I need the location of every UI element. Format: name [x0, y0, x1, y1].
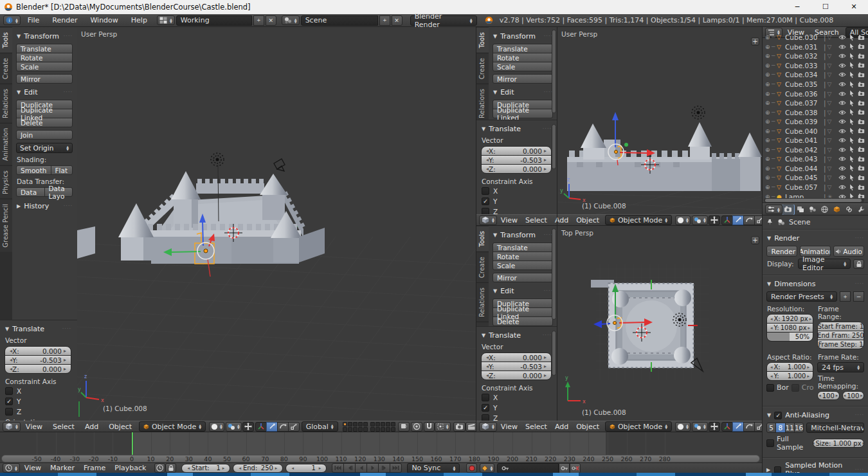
expand-icon[interactable]: ⊕	[765, 34, 772, 41]
layer-cell[interactable]	[353, 427, 357, 432]
shelf-tab-tools[interactable]: Tools	[0, 27, 12, 53]
expand-icon[interactable]: ⊕	[765, 71, 772, 78]
frame-step-field[interactable]: ◂Frame Step: 1▸	[817, 340, 864, 349]
aa-size-field[interactable]: ◂Size: 1.000 px▸	[813, 439, 864, 448]
increment-arrow[interactable]: ▸	[544, 372, 547, 378]
snap-magnet-icon[interactable]	[424, 422, 435, 432]
vector-y-field[interactable]: ◂Y:-0.503▸	[481, 362, 552, 371]
inc-arrow[interactable]: ▸	[860, 393, 863, 398]
transform-orientation-select[interactable]: Global▲▼	[302, 421, 338, 432]
renderability-camera-icon[interactable]	[858, 175, 865, 181]
checkbox-y[interactable]: ✓	[482, 404, 489, 412]
renderability-camera-icon[interactable]	[858, 185, 865, 190]
renderability-camera-icon[interactable]	[858, 35, 865, 41]
delete-layout-button[interactable]: ✕	[266, 15, 276, 26]
viewport-menu-object[interactable]: Object	[572, 423, 603, 431]
outliner-row[interactable]: ⊕─▽Cube.040|▽	[763, 126, 868, 136]
shelf-tab-create[interactable]: Create	[0, 53, 12, 84]
renderability-camera-icon[interactable]	[858, 128, 865, 134]
selectability-cursor-icon[interactable]	[849, 43, 854, 50]
active-keying-set-field[interactable]	[497, 463, 559, 473]
dec-arrow[interactable]: ◂	[770, 374, 773, 379]
end-frame-field[interactable]: ◂End Fram: 250▸	[817, 331, 864, 340]
viewport-menu-add[interactable]: Add	[551, 423, 572, 431]
scale-button[interactable]: Scale	[493, 261, 553, 270]
pin-icon[interactable]	[766, 219, 773, 226]
data-layout-button[interactable]: Data Layo	[44, 187, 73, 197]
shelf-tab-tools[interactable]: Tools	[476, 27, 489, 53]
remap-field[interactable]: ◂100▸	[842, 391, 865, 400]
increment-arrow[interactable]: ▸	[544, 354, 547, 360]
checkbox-z[interactable]	[5, 408, 13, 416]
outliner-row[interactable]: ⊕─▽Cube.035|▽	[763, 80, 868, 89]
inc-arrow[interactable]: ▸	[807, 374, 809, 379]
timeline-menu-marker[interactable]: Marker	[46, 464, 79, 472]
proportional-edit-select[interactable]	[411, 422, 422, 432]
visibility-eye-icon[interactable]	[838, 44, 846, 50]
scene-selector-icon[interactable]: ▲▼	[282, 15, 300, 25]
play-reverse-button[interactable]	[355, 463, 367, 473]
editor-type-3d-view[interactable]: ▲▼	[479, 422, 497, 432]
panel-header-aa[interactable]: ▼✓Anti-Aliasing····	[767, 411, 864, 419]
delete-scene-button[interactable]: ✕	[392, 15, 402, 26]
mode-select[interactable]: Object Mode▲▼	[139, 421, 206, 432]
current-frame-line[interactable]	[132, 432, 133, 455]
inc-arrow[interactable]: ▸	[808, 325, 811, 331]
manipulator-axis-icon[interactable]	[721, 215, 733, 225]
outliner-row[interactable]: ⊕─▽Cube.038|▽	[763, 107, 868, 117]
panel-header-transform[interactable]: ▼Transform····	[17, 32, 73, 41]
outliner-row[interactable]: ⊕─▽Cube.032|▽	[763, 51, 868, 61]
selectability-cursor-icon[interactable]	[849, 62, 854, 69]
render-presets-select[interactable]: Render Presets▲▼	[766, 291, 837, 302]
panel-header-history[interactable]: ▶History····	[17, 202, 73, 210]
outliner-row[interactable]: ⊕─●Lamp|☀	[763, 192, 868, 198]
expand-icon[interactable]: ⊕	[765, 91, 772, 97]
shelf-tab-relations[interactable]: Relations	[0, 84, 12, 123]
border-checkbox[interactable]	[766, 384, 774, 392]
resolution-field[interactable]: ◂Y:1080 px▸	[766, 323, 813, 333]
shelf-scrollbar[interactable]	[552, 228, 556, 320]
display-select[interactable]: Image Editor▲▼	[798, 259, 851, 269]
viewport-shading-select[interactable]: ▲▼	[675, 422, 691, 432]
manipulator-translate-icon[interactable]	[732, 422, 744, 432]
maximize-button[interactable]: ☐	[811, 0, 840, 14]
checkbox-x[interactable]	[482, 394, 489, 401]
layer-cell[interactable]	[375, 427, 380, 432]
expand-icon[interactable]: ⊕	[765, 128, 772, 134]
opengl-render-anim-icon[interactable]	[466, 422, 476, 432]
expand-icon[interactable]: ⊕	[765, 100, 772, 106]
aa-checkbox[interactable]: ✓	[774, 412, 782, 419]
full-sample-checkbox[interactable]	[766, 439, 774, 447]
outliner-row[interactable]: ⊕─▽Cube.039|▽	[763, 117, 868, 127]
outliner-row[interactable]: ⊕─▽Cube.044|▽	[763, 164, 868, 174]
tab-scene[interactable]	[807, 205, 818, 215]
renderability-camera-icon[interactable]	[858, 147, 865, 152]
play-button[interactable]	[366, 463, 379, 473]
scene-lock-icon[interactable]	[398, 422, 410, 432]
timeline-menu-playback[interactable]: Playback	[110, 464, 150, 472]
tab-object[interactable]	[831, 205, 843, 215]
dec-arrow[interactable]: ◂	[813, 441, 814, 446]
viewport-menu-select[interactable]: Select	[521, 423, 551, 431]
remap-field[interactable]: ◂100▸	[817, 391, 840, 400]
use-preview-range-icon[interactable]	[154, 463, 165, 473]
layer-cell[interactable]	[343, 422, 347, 426]
layers-widget[interactable]	[343, 422, 395, 432]
manipulator-rotate-icon[interactable]	[743, 215, 755, 225]
aspect-field[interactable]: ◂Y:1.000▸	[766, 371, 813, 381]
render-button[interactable]: Render	[766, 246, 797, 257]
checkbox-x[interactable]	[482, 187, 489, 195]
manipulator-axis-icon[interactable]	[255, 422, 267, 432]
dec-arrow[interactable]: ◂	[770, 325, 773, 331]
tab-world[interactable]	[819, 205, 831, 215]
lock-time-icon[interactable]	[165, 463, 176, 473]
visibility-eye-icon[interactable]	[838, 63, 846, 68]
snap-element-select[interactable]: ▲▼	[435, 422, 451, 432]
shelf-tab-tools[interactable]: Tools	[476, 226, 489, 252]
inc-arrow[interactable]: ▸	[319, 466, 321, 471]
vector-x-field[interactable]: ◂X:0.000▸	[481, 146, 552, 156]
duplicate-linked-button[interactable]: Duplicate Linked	[493, 109, 553, 118]
scale-button[interactable]: Scale	[16, 62, 73, 71]
current-frame-field[interactable]: ◂1▸	[285, 464, 327, 473]
shelf-tab-grease-pencil[interactable]: Grease Pencil	[0, 199, 12, 252]
